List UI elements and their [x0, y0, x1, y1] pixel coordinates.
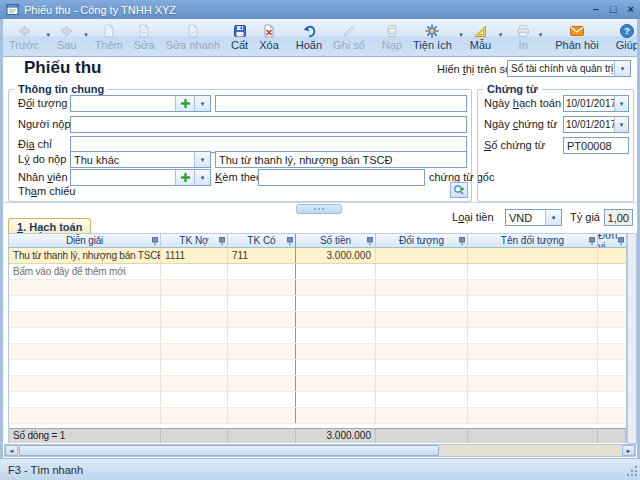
cell-don-vi[interactable]	[598, 248, 626, 263]
toolbar-button-sua-nhanh[interactable]: Sửa nhanh	[161, 20, 226, 54]
toolbar-button-nap[interactable]: Nạp	[377, 20, 408, 54]
ngay-chung-tu-date[interactable]: 10/01/2017 ▾	[563, 116, 629, 133]
chevron-down-icon[interactable]: ▾	[614, 61, 630, 76]
ly-do-nop-label: Lý do nộp	[18, 151, 66, 168]
toolbar-button-giup[interactable]: ? Giúp	[611, 20, 640, 54]
toolbar-button-truoc[interactable]: Trước ▾	[4, 20, 52, 54]
column-label: TK Có	[247, 235, 275, 246]
pin-icon[interactable]	[152, 237, 158, 248]
status-bar: F3 - Tìm nhanh	[0, 458, 640, 480]
display-on-book-select[interactable]: Sổ tài chính và quản trị ▾	[507, 60, 631, 77]
toolbar-button-tien-ich[interactable]: Tiện ích ▾	[408, 20, 465, 54]
tab-hach-toan[interactable]: 1. Hạch toán	[8, 218, 91, 234]
add-new-row-text[interactable]: Bấm vào đây để thêm mới	[9, 264, 161, 279]
grid-header-row: Diễn giải TK Nợ TK Có Số tiền Đối tượng …	[9, 233, 626, 248]
cell-tk-co[interactable]: 711	[228, 248, 296, 263]
scroll-right-arrow-icon[interactable]: ►	[622, 445, 635, 456]
cell-tk-no[interactable]: 1111	[161, 248, 228, 263]
toolbar-label: Sửa	[134, 40, 155, 51]
table-row-selected[interactable]: Thu từ thanh lý, nhượng bán TSCĐ 1111 71…	[9, 248, 626, 264]
ly-do-nop-combo[interactable]: Thu khác ▾	[70, 151, 211, 168]
ly-do-nop-value: Thu khác	[71, 154, 194, 166]
resize-grip[interactable]	[628, 467, 638, 477]
toolbar-label: Ghi sổ	[333, 40, 365, 51]
chevron-down-icon[interactable]: ▾	[194, 152, 210, 167]
cell-ten-doi-tuong[interactable]	[468, 248, 598, 263]
chevron-down-icon[interactable]: ▾	[614, 96, 628, 111]
pin-icon[interactable]	[287, 237, 293, 248]
ngay-hach-toan-value: 10/01/2017	[564, 98, 614, 109]
col-header-don-vi[interactable]: Đơn vị	[598, 233, 626, 248]
toolbar-button-sau[interactable]: Sau ▾	[52, 20, 90, 54]
toolbar-button-mau[interactable]: Mẫu ▾	[465, 20, 504, 54]
cell-so-tien[interactable]: 3.000.000	[296, 248, 376, 263]
close-button[interactable]: ×	[628, 0, 634, 19]
pin-icon[interactable]	[589, 237, 595, 248]
kem-theo-label: Kèm theo	[215, 169, 262, 186]
chevron-down-icon[interactable]: ▾	[614, 117, 628, 132]
chevron-down-icon[interactable]: ▾	[194, 170, 210, 185]
toolbar-label: Trước	[9, 40, 39, 51]
add-plus-icon[interactable]	[175, 96, 194, 111]
toolbar-button-sua[interactable]: Sửa	[129, 20, 161, 54]
so-chung-tu-field[interactable]: PT00008	[563, 137, 629, 154]
loai-tien-combo[interactable]: VND ▾	[505, 209, 562, 226]
nhan-vien-thu-combo[interactable]: ▾	[70, 169, 211, 186]
minimize-button[interactable]: –	[593, 0, 599, 19]
ngay-hach-toan-date[interactable]: 10/01/2017 ▾	[563, 95, 629, 112]
collapse-splitter-handle[interactable]	[296, 204, 342, 214]
ty-gia-field[interactable]: 1,00	[604, 209, 633, 226]
chevron-down-icon[interactable]: ▾	[545, 210, 561, 225]
toolbar-button-ghi-so[interactable]: Ghi sổ	[328, 20, 371, 54]
pin-icon[interactable]	[459, 237, 465, 248]
col-header-tk-no[interactable]: TK Nợ	[161, 233, 228, 248]
toolbar-button-hoan[interactable]: Hoãn	[291, 20, 328, 54]
empty-grid-row	[9, 344, 626, 360]
horizontal-scrollbar-thumb[interactable]	[19, 445, 439, 456]
toolbar-button-xoa[interactable]: Xóa	[254, 20, 285, 54]
toolbar-button-cat[interactable]: Cất	[226, 20, 254, 54]
add-new-row[interactable]: Bấm vào đây để thêm mới	[9, 264, 626, 280]
printer-icon	[515, 23, 531, 39]
col-header-so-tien[interactable]: Số tiền	[296, 233, 376, 248]
nguoi-nop-field[interactable]	[70, 116, 467, 133]
arrow-right-icon	[59, 23, 75, 39]
doi-tuong-name-field[interactable]	[215, 95, 467, 112]
ty-gia-label: Tỷ giá	[570, 209, 600, 226]
accounting-grid: Diễn giải TK Nợ TK Có Số tiền Đối tượng …	[8, 233, 627, 443]
kem-theo-field[interactable]	[258, 169, 425, 186]
pin-icon[interactable]	[618, 237, 624, 248]
col-header-doi-tuong[interactable]: Đối tượng	[376, 233, 468, 248]
tham-chieu-add-button[interactable]	[450, 182, 468, 198]
toolbar-button-them[interactable]: Thêm	[90, 20, 129, 54]
pin-icon[interactable]	[219, 237, 225, 248]
toolbar-button-phan-hoi[interactable]: Phản hồi	[550, 20, 604, 54]
empty-grid-row	[9, 360, 626, 376]
vertical-scrollbar[interactable]	[627, 233, 637, 444]
maximize-button[interactable]: □	[610, 0, 617, 19]
toolbar-button-in[interactable]: In ▾	[510, 20, 544, 54]
scroll-left-arrow-icon[interactable]: ◄	[5, 445, 18, 456]
cell-dien-giai[interactable]: Thu từ thanh lý, nhượng bán TSCĐ	[9, 248, 161, 263]
pin-icon[interactable]	[367, 237, 373, 248]
ngay-hach-toan-label: Ngày hạch toán	[484, 95, 561, 112]
empty-cell	[468, 264, 598, 279]
chevron-down-icon: ▾	[47, 31, 51, 39]
col-header-tk-co[interactable]: TK Có	[228, 233, 296, 248]
section-divider	[3, 202, 637, 203]
chevron-down-icon[interactable]: ▾	[194, 96, 210, 111]
cell-doi-tuong[interactable]	[376, 248, 468, 263]
add-plus-icon[interactable]	[175, 170, 194, 185]
row-count: Số dòng = 1	[9, 429, 161, 443]
feedback-envelope-icon	[569, 23, 585, 39]
col-header-ten-doi-tuong[interactable]: Tên đối tượng	[468, 233, 598, 248]
ly-do-detail-field[interactable]: Thu từ thanh lý, nhượng bán TSCĐ	[215, 151, 467, 168]
col-header-dien-giai[interactable]: Diễn giải	[9, 233, 161, 248]
horizontal-scrollbar[interactable]: ◄ ►	[4, 444, 636, 457]
voucher-legend: Chứng từ	[483, 84, 542, 95]
doi-tuong-combo[interactable]: ▾	[70, 95, 211, 112]
toolbar-label: Mẫu	[470, 40, 491, 51]
chevron-down-icon: ▾	[84, 31, 88, 39]
toolbar-label: Sau	[57, 40, 77, 51]
empty-grid-row	[9, 392, 626, 408]
